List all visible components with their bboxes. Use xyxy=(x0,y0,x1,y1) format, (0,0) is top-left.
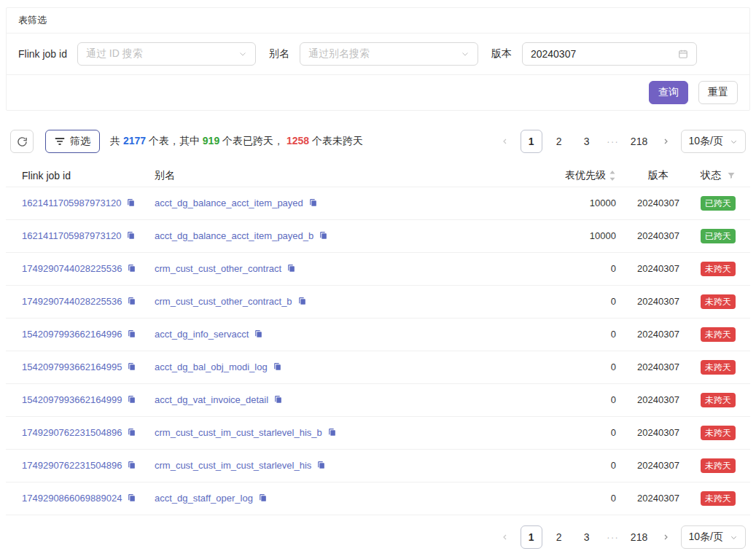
alias-link[interactable]: crm_cust_cust_im_cust_starlevel_his xyxy=(155,460,311,471)
page-button-3[interactable]: 3 xyxy=(576,130,598,153)
copy-icon[interactable] xyxy=(126,231,136,241)
copy-icon[interactable] xyxy=(327,428,337,437)
prev-page-button[interactable] xyxy=(496,525,515,549)
alias-cell: acct_dg_balance_acct_item_payed xyxy=(149,187,542,220)
table-row: 1542097993662164996acct_dg_info_servacct… xyxy=(6,318,750,351)
job-id-cell: 1749290866069889024 xyxy=(6,482,149,515)
status-badge: 未跨天 xyxy=(701,294,736,309)
page-button-1[interactable]: 1 xyxy=(521,130,542,153)
job-id-link[interactable]: 1749290762231504896 xyxy=(22,427,122,438)
reset-button[interactable]: 重置 xyxy=(698,81,738,104)
page-button-2[interactable]: 2 xyxy=(548,525,570,549)
copy-icon[interactable] xyxy=(316,461,326,470)
table-row: 1749290762231504896crm_cust_cust_im_cust… xyxy=(6,417,750,450)
copy-icon[interactable] xyxy=(127,395,136,404)
page-size-select[interactable]: 10条/页 xyxy=(681,130,746,153)
job-id-link[interactable]: 1749290744028225536 xyxy=(22,296,122,307)
summary-crossed-count: 919 xyxy=(203,135,219,146)
filter-button[interactable]: 筛选 xyxy=(45,130,100,153)
copy-icon[interactable] xyxy=(254,329,263,339)
refresh-button[interactable] xyxy=(10,130,34,153)
copy-icon[interactable] xyxy=(127,297,136,306)
alias-select[interactable]: 通过别名搜索 xyxy=(300,42,478,66)
filter-panel-title: 表筛选 xyxy=(7,8,749,34)
col-header-priority[interactable]: 表优先级 xyxy=(542,165,622,187)
page-button-2[interactable]: 2 xyxy=(548,130,570,153)
copy-icon[interactable] xyxy=(258,493,268,503)
alias-link[interactable]: acct_dg_balance_acct_item_payed xyxy=(155,198,303,208)
status-badge: 未跨天 xyxy=(701,360,736,375)
alias-link[interactable]: crm_cust_cust_im_cust_starlevel_his_b xyxy=(155,427,322,438)
alias-link[interactable]: acct_dg_balance_acct_item_payed_b xyxy=(155,230,313,241)
job-id-label: Flink job id xyxy=(18,48,67,60)
page: 表筛选 Flink job id 通过 ID 搜索 别名 通过别名搜索 xyxy=(0,7,756,549)
summary-prefix: 共 xyxy=(110,135,123,146)
page-button-3[interactable]: 3 xyxy=(576,525,598,549)
job-id-cell: 1621411705987973120 xyxy=(6,187,149,220)
alias-link[interactable]: acct_dg_info_servacct xyxy=(155,329,249,340)
status-cell: 未跨天 xyxy=(695,318,750,351)
job-id-link[interactable]: 1621411705987973120 xyxy=(22,198,121,208)
summary-uncrossed-count: 1258 xyxy=(287,135,309,146)
copy-icon[interactable] xyxy=(273,395,283,404)
job-id-link[interactable]: 1749290866069889024 xyxy=(22,493,122,504)
alias-link[interactable]: crm_cust_cust_other_contract xyxy=(155,263,281,274)
job-id-select[interactable]: 通过 ID 搜索 xyxy=(77,42,256,66)
alias-link[interactable]: acct_dg_vat_invoice_detail xyxy=(155,394,268,405)
status-badge: 未跨天 xyxy=(701,426,736,440)
priority-cell: 0 xyxy=(542,450,622,482)
copy-icon[interactable] xyxy=(127,329,136,339)
next-page-button[interactable] xyxy=(656,525,675,549)
job-id-cell: 1542097993662164996 xyxy=(6,318,149,351)
copy-icon[interactable] xyxy=(127,264,136,273)
search-button[interactable]: 查询 xyxy=(649,81,688,104)
page-ellipsis[interactable]: ··· xyxy=(604,531,623,543)
alias-link[interactable]: acct_dg_staff_oper_log xyxy=(155,493,253,504)
job-id-link[interactable]: 1749290762231504896 xyxy=(22,460,122,471)
table-row: 1621411705987973120acct_dg_balance_acct_… xyxy=(6,187,750,220)
filter-funnel-icon[interactable] xyxy=(727,171,736,180)
table-row: 1749290762231504896crm_cust_cust_im_cust… xyxy=(6,450,750,482)
alias-cell: crm_cust_cust_im_cust_starlevel_his xyxy=(149,450,542,482)
prev-page-button[interactable] xyxy=(496,130,515,153)
page-size-select[interactable]: 10条/页 xyxy=(681,525,746,549)
status-badge: 未跨天 xyxy=(701,327,736,342)
job-id-link[interactable]: 1749290744028225536 xyxy=(22,263,122,274)
job-id-link[interactable]: 1542097993662164999 xyxy=(22,394,122,405)
job-id-cell: 1542097993662164995 xyxy=(6,351,149,384)
col-header-status[interactable]: 状态 xyxy=(695,165,750,187)
filter-button-label: 筛选 xyxy=(70,135,90,148)
page-button-218[interactable]: 218 xyxy=(628,525,650,549)
copy-icon[interactable] xyxy=(127,362,136,372)
filter-lines-icon xyxy=(55,137,65,146)
copy-icon[interactable] xyxy=(297,297,307,306)
sort-icon[interactable] xyxy=(609,171,616,181)
copy-icon[interactable] xyxy=(126,198,136,208)
copy-icon[interactable] xyxy=(127,493,136,503)
page-button-1[interactable]: 1 xyxy=(521,525,542,549)
chevron-down-icon xyxy=(461,50,469,58)
job-id-cell: 1542097993662164999 xyxy=(6,384,149,417)
page-ellipsis[interactable]: ··· xyxy=(604,136,623,147)
job-id-link[interactable]: 1621411705987973120 xyxy=(22,230,121,241)
copy-icon[interactable] xyxy=(287,264,296,273)
alias-cell: acct_dg_vat_invoice_detail xyxy=(149,384,542,417)
alias-link[interactable]: acct_dg_bal_obj_modi_log xyxy=(155,361,268,372)
version-value: 20240307 xyxy=(531,48,576,60)
next-page-button[interactable] xyxy=(656,130,675,153)
version-date-input[interactable]: 20240307 xyxy=(522,42,697,66)
copy-icon[interactable] xyxy=(127,428,136,437)
alias-link[interactable]: crm_cust_cust_other_contract_b xyxy=(155,296,292,307)
table-row: 1749290744028225536crm_cust_cust_other_c… xyxy=(6,286,750,318)
copy-icon[interactable] xyxy=(127,461,136,470)
job-id-link[interactable]: 1542097993662164996 xyxy=(22,329,122,340)
copy-icon[interactable] xyxy=(319,231,328,241)
version-cell: 20240307 xyxy=(622,384,695,417)
copy-icon[interactable] xyxy=(273,362,282,372)
summary-mid1: 个表，其中 xyxy=(146,135,203,146)
pagination-top: 123···21810条/页 xyxy=(496,130,746,153)
copy-icon[interactable] xyxy=(308,198,318,208)
alias-cell: acct_dg_balance_acct_item_payed_b xyxy=(149,220,542,253)
page-button-218[interactable]: 218 xyxy=(628,130,650,153)
job-id-link[interactable]: 1542097993662164995 xyxy=(22,361,122,372)
